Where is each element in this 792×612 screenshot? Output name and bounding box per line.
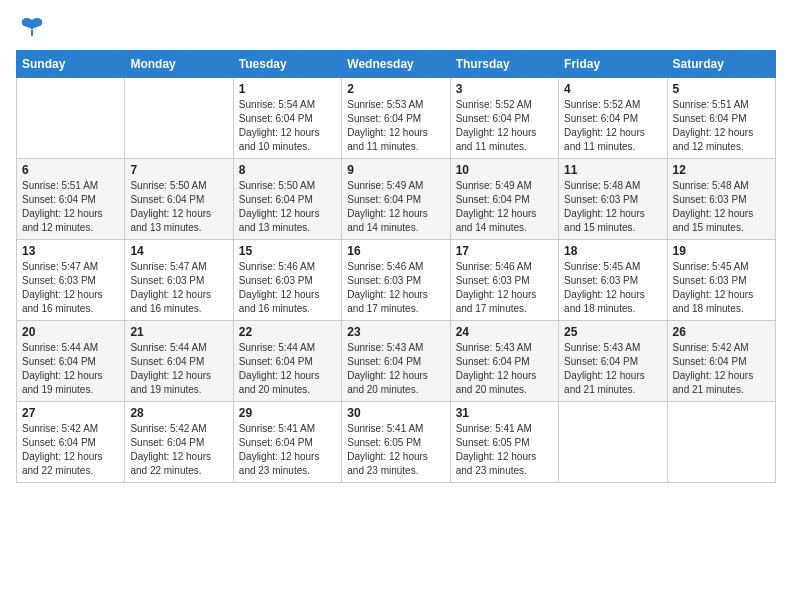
- calendar-cell: 21Sunrise: 5:44 AM Sunset: 6:04 PM Dayli…: [125, 321, 233, 402]
- day-detail: Sunrise: 5:44 AM Sunset: 6:04 PM Dayligh…: [239, 341, 336, 397]
- header-cell-tuesday: Tuesday: [233, 51, 341, 78]
- day-detail: Sunrise: 5:47 AM Sunset: 6:03 PM Dayligh…: [22, 260, 119, 316]
- header: [16, 16, 776, 38]
- calendar-week-row: 13Sunrise: 5:47 AM Sunset: 6:03 PM Dayli…: [17, 240, 776, 321]
- day-number: 6: [22, 163, 119, 177]
- header-cell-monday: Monday: [125, 51, 233, 78]
- header-cell-saturday: Saturday: [667, 51, 775, 78]
- day-detail: Sunrise: 5:41 AM Sunset: 6:05 PM Dayligh…: [347, 422, 444, 478]
- calendar-cell: 9Sunrise: 5:49 AM Sunset: 6:04 PM Daylig…: [342, 159, 450, 240]
- calendar-week-row: 6Sunrise: 5:51 AM Sunset: 6:04 PM Daylig…: [17, 159, 776, 240]
- calendar-cell: 29Sunrise: 5:41 AM Sunset: 6:04 PM Dayli…: [233, 402, 341, 483]
- day-detail: Sunrise: 5:51 AM Sunset: 6:04 PM Dayligh…: [673, 98, 770, 154]
- logo-bird-icon: [18, 16, 46, 38]
- day-detail: Sunrise: 5:42 AM Sunset: 6:04 PM Dayligh…: [22, 422, 119, 478]
- day-detail: Sunrise: 5:43 AM Sunset: 6:04 PM Dayligh…: [456, 341, 553, 397]
- day-detail: Sunrise: 5:52 AM Sunset: 6:04 PM Dayligh…: [564, 98, 661, 154]
- calendar-cell: 5Sunrise: 5:51 AM Sunset: 6:04 PM Daylig…: [667, 78, 775, 159]
- header-cell-thursday: Thursday: [450, 51, 558, 78]
- header-cell-friday: Friday: [559, 51, 667, 78]
- calendar-cell: 16Sunrise: 5:46 AM Sunset: 6:03 PM Dayli…: [342, 240, 450, 321]
- day-detail: Sunrise: 5:46 AM Sunset: 6:03 PM Dayligh…: [456, 260, 553, 316]
- day-number: 10: [456, 163, 553, 177]
- day-detail: Sunrise: 5:46 AM Sunset: 6:03 PM Dayligh…: [347, 260, 444, 316]
- day-detail: Sunrise: 5:42 AM Sunset: 6:04 PM Dayligh…: [130, 422, 227, 478]
- day-number: 18: [564, 244, 661, 258]
- day-detail: Sunrise: 5:48 AM Sunset: 6:03 PM Dayligh…: [673, 179, 770, 235]
- calendar-cell: [667, 402, 775, 483]
- day-number: 31: [456, 406, 553, 420]
- day-detail: Sunrise: 5:45 AM Sunset: 6:03 PM Dayligh…: [673, 260, 770, 316]
- calendar-cell: 7Sunrise: 5:50 AM Sunset: 6:04 PM Daylig…: [125, 159, 233, 240]
- day-detail: Sunrise: 5:54 AM Sunset: 6:04 PM Dayligh…: [239, 98, 336, 154]
- calendar-cell: 12Sunrise: 5:48 AM Sunset: 6:03 PM Dayli…: [667, 159, 775, 240]
- day-number: 4: [564, 82, 661, 96]
- calendar-cell: 14Sunrise: 5:47 AM Sunset: 6:03 PM Dayli…: [125, 240, 233, 321]
- calendar-cell: 4Sunrise: 5:52 AM Sunset: 6:04 PM Daylig…: [559, 78, 667, 159]
- calendar-cell: 26Sunrise: 5:42 AM Sunset: 6:04 PM Dayli…: [667, 321, 775, 402]
- day-detail: Sunrise: 5:48 AM Sunset: 6:03 PM Dayligh…: [564, 179, 661, 235]
- calendar-table: SundayMondayTuesdayWednesdayThursdayFrid…: [16, 50, 776, 483]
- calendar-cell: 18Sunrise: 5:45 AM Sunset: 6:03 PM Dayli…: [559, 240, 667, 321]
- calendar-body: 1Sunrise: 5:54 AM Sunset: 6:04 PM Daylig…: [17, 78, 776, 483]
- day-number: 20: [22, 325, 119, 339]
- day-detail: Sunrise: 5:43 AM Sunset: 6:04 PM Dayligh…: [347, 341, 444, 397]
- calendar-week-row: 20Sunrise: 5:44 AM Sunset: 6:04 PM Dayli…: [17, 321, 776, 402]
- day-detail: Sunrise: 5:45 AM Sunset: 6:03 PM Dayligh…: [564, 260, 661, 316]
- day-number: 14: [130, 244, 227, 258]
- day-number: 2: [347, 82, 444, 96]
- day-number: 8: [239, 163, 336, 177]
- day-number: 7: [130, 163, 227, 177]
- day-number: 12: [673, 163, 770, 177]
- day-number: 28: [130, 406, 227, 420]
- calendar-cell: 25Sunrise: 5:43 AM Sunset: 6:04 PM Dayli…: [559, 321, 667, 402]
- day-number: 22: [239, 325, 336, 339]
- day-detail: Sunrise: 5:53 AM Sunset: 6:04 PM Dayligh…: [347, 98, 444, 154]
- day-detail: Sunrise: 5:47 AM Sunset: 6:03 PM Dayligh…: [130, 260, 227, 316]
- header-cell-wednesday: Wednesday: [342, 51, 450, 78]
- day-detail: Sunrise: 5:51 AM Sunset: 6:04 PM Dayligh…: [22, 179, 119, 235]
- day-number: 25: [564, 325, 661, 339]
- day-number: 27: [22, 406, 119, 420]
- calendar-week-row: 1Sunrise: 5:54 AM Sunset: 6:04 PM Daylig…: [17, 78, 776, 159]
- day-number: 3: [456, 82, 553, 96]
- calendar-header-row: SundayMondayTuesdayWednesdayThursdayFrid…: [17, 51, 776, 78]
- calendar-cell: [125, 78, 233, 159]
- calendar-cell: 13Sunrise: 5:47 AM Sunset: 6:03 PM Dayli…: [17, 240, 125, 321]
- day-detail: Sunrise: 5:49 AM Sunset: 6:04 PM Dayligh…: [347, 179, 444, 235]
- calendar-cell: 24Sunrise: 5:43 AM Sunset: 6:04 PM Dayli…: [450, 321, 558, 402]
- calendar-cell: [559, 402, 667, 483]
- day-detail: Sunrise: 5:50 AM Sunset: 6:04 PM Dayligh…: [239, 179, 336, 235]
- calendar-cell: 20Sunrise: 5:44 AM Sunset: 6:04 PM Dayli…: [17, 321, 125, 402]
- day-number: 5: [673, 82, 770, 96]
- day-number: 13: [22, 244, 119, 258]
- day-number: 26: [673, 325, 770, 339]
- day-number: 16: [347, 244, 444, 258]
- day-number: 30: [347, 406, 444, 420]
- day-detail: Sunrise: 5:52 AM Sunset: 6:04 PM Dayligh…: [456, 98, 553, 154]
- calendar-cell: [17, 78, 125, 159]
- calendar-cell: 2Sunrise: 5:53 AM Sunset: 6:04 PM Daylig…: [342, 78, 450, 159]
- calendar-cell: 17Sunrise: 5:46 AM Sunset: 6:03 PM Dayli…: [450, 240, 558, 321]
- day-detail: Sunrise: 5:44 AM Sunset: 6:04 PM Dayligh…: [22, 341, 119, 397]
- day-detail: Sunrise: 5:43 AM Sunset: 6:04 PM Dayligh…: [564, 341, 661, 397]
- header-cell-sunday: Sunday: [17, 51, 125, 78]
- day-detail: Sunrise: 5:46 AM Sunset: 6:03 PM Dayligh…: [239, 260, 336, 316]
- calendar-cell: 15Sunrise: 5:46 AM Sunset: 6:03 PM Dayli…: [233, 240, 341, 321]
- day-detail: Sunrise: 5:42 AM Sunset: 6:04 PM Dayligh…: [673, 341, 770, 397]
- calendar-cell: 3Sunrise: 5:52 AM Sunset: 6:04 PM Daylig…: [450, 78, 558, 159]
- calendar-cell: 23Sunrise: 5:43 AM Sunset: 6:04 PM Dayli…: [342, 321, 450, 402]
- calendar-cell: 30Sunrise: 5:41 AM Sunset: 6:05 PM Dayli…: [342, 402, 450, 483]
- day-detail: Sunrise: 5:41 AM Sunset: 6:05 PM Dayligh…: [456, 422, 553, 478]
- day-detail: Sunrise: 5:50 AM Sunset: 6:04 PM Dayligh…: [130, 179, 227, 235]
- day-detail: Sunrise: 5:41 AM Sunset: 6:04 PM Dayligh…: [239, 422, 336, 478]
- calendar-cell: 6Sunrise: 5:51 AM Sunset: 6:04 PM Daylig…: [17, 159, 125, 240]
- day-number: 1: [239, 82, 336, 96]
- calendar-cell: 19Sunrise: 5:45 AM Sunset: 6:03 PM Dayli…: [667, 240, 775, 321]
- day-number: 21: [130, 325, 227, 339]
- day-number: 19: [673, 244, 770, 258]
- calendar-cell: 28Sunrise: 5:42 AM Sunset: 6:04 PM Dayli…: [125, 402, 233, 483]
- day-detail: Sunrise: 5:44 AM Sunset: 6:04 PM Dayligh…: [130, 341, 227, 397]
- calendar-week-row: 27Sunrise: 5:42 AM Sunset: 6:04 PM Dayli…: [17, 402, 776, 483]
- day-number: 15: [239, 244, 336, 258]
